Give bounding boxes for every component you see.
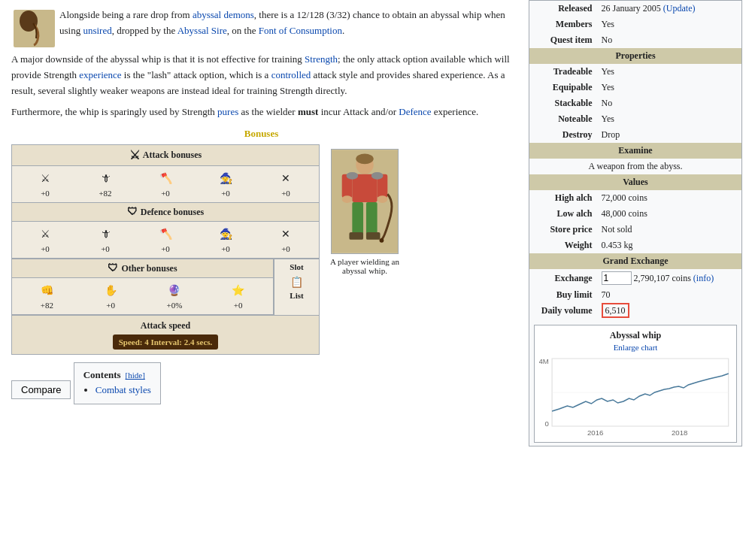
slot-section: Slot 📋 List bbox=[274, 259, 319, 315]
destroy-label: Destroy bbox=[529, 127, 597, 143]
def-crush-icon: 🪓 bbox=[157, 226, 174, 243]
svg-text:4M: 4M bbox=[539, 358, 549, 365]
svg-point-1 bbox=[20, 11, 38, 32]
other-bonuses-header: 🛡 Other bonuses bbox=[12, 259, 273, 278]
svg-point-16 bbox=[380, 238, 384, 243]
examine-header: Examine bbox=[529, 143, 742, 159]
intro-paragraph-1: Alongside being a rare drop from abyssal… bbox=[59, 8, 511, 39]
daily-volume-row: Daily volume 6,510 bbox=[529, 303, 742, 319]
properties-header: Properties bbox=[529, 48, 742, 64]
buy-limit-row: Buy limit 70 bbox=[529, 287, 742, 303]
enlarge-chart-link[interactable]: Enlarge chart bbox=[614, 343, 658, 352]
stackable-row: Stackable No bbox=[529, 95, 742, 111]
defence-bonus-range: ✕ +0 bbox=[277, 226, 294, 253]
attack-bonus-magic: 🧙 +0 bbox=[217, 171, 234, 198]
def-slash-icon: 🗡 bbox=[97, 226, 114, 243]
defence-bonus-stab: ⚔ +0 bbox=[37, 226, 53, 253]
defence-link[interactable]: Defence bbox=[399, 106, 431, 117]
exchange-input[interactable] bbox=[602, 271, 632, 285]
ranged-strength-bonus: ✋ +0 bbox=[102, 283, 119, 310]
speed-bar: Speed: 4 Interval: 2.4 secs. bbox=[113, 334, 219, 350]
defence-bonus-crush: 🪓 +0 bbox=[157, 226, 174, 253]
strength-bonus: 👊 +82 bbox=[38, 283, 55, 310]
attack-bonus-crush: 🪓 +0 bbox=[157, 171, 174, 198]
intro-paragraph-3: Furthermore, the whip is sparingly used … bbox=[11, 104, 511, 120]
contents-item-combat-styles: Combat styles bbox=[96, 384, 151, 396]
defence-bonus-magic: 🧙 +0 bbox=[217, 226, 234, 253]
defence-bonuses-header: 🛡 Defence bonuses bbox=[12, 203, 319, 222]
equipable-value: Yes bbox=[597, 80, 742, 95]
members-label: Members bbox=[529, 17, 597, 32]
svg-rect-10 bbox=[352, 202, 363, 235]
font-consumption-link[interactable]: Font of Consumption bbox=[259, 25, 342, 36]
exchange-row: Exchange 2,790,107 coins (info) bbox=[529, 269, 742, 287]
attack-bonus-slash: 🗡 +82 bbox=[97, 171, 114, 198]
svg-point-14 bbox=[347, 172, 359, 180]
ge-chart-enlarge[interactable]: Enlarge chart bbox=[539, 343, 732, 352]
abyssal-sire-link[interactable]: Abyssal Sire bbox=[177, 25, 227, 36]
properties-header-row: Properties bbox=[529, 48, 742, 64]
high-alch-label: High alch bbox=[529, 190, 597, 206]
low-alch-row: Low alch 48,000 coins bbox=[529, 206, 742, 222]
quest-value: No bbox=[597, 32, 742, 48]
player-image-area: A player wielding an abyssal whip. bbox=[320, 144, 410, 355]
released-label: Released bbox=[529, 1, 597, 17]
prayer-bonus: ⭐ +0 bbox=[230, 283, 247, 310]
contents-box: Contents [hide] Combat styles bbox=[74, 362, 161, 404]
defence-bonus-items: ⚔ +0 🗡 +0 🪓 +0 🧙 +0 bbox=[12, 222, 319, 259]
experience-link[interactable]: experience bbox=[79, 69, 121, 80]
ranged-strength-icon: ✋ bbox=[102, 283, 119, 299]
exchange-value: 2,790,107 coins (info) bbox=[597, 269, 742, 287]
svg-point-15 bbox=[371, 172, 384, 180]
contents-hide-link[interactable]: [hide] bbox=[126, 371, 145, 380]
released-value: 26 January 2005 (Update) bbox=[597, 1, 742, 17]
price-chart-svg: 4M 0 2016 2018 bbox=[539, 355, 732, 437]
update-link[interactable]: (Update) bbox=[663, 3, 696, 14]
defence-bonus-slash: 🗡 +0 bbox=[97, 226, 114, 253]
ge-chart: Abyssal whip Enlarge chart 4M 0 bbox=[534, 325, 737, 443]
contents-list: Combat styles bbox=[83, 384, 151, 396]
values-header-row: Values bbox=[529, 174, 742, 190]
store-price-label: Store price bbox=[529, 222, 597, 238]
svg-text:2016: 2016 bbox=[587, 429, 603, 437]
controlled-link[interactable]: controlled bbox=[271, 69, 311, 80]
intro-paragraph-2: A major downside of the abyssal whip is … bbox=[11, 52, 511, 98]
slash-icon: 🗡 bbox=[97, 171, 114, 187]
svg-rect-13 bbox=[366, 232, 381, 240]
magic-damage-icon: 🔮 bbox=[166, 283, 183, 299]
ge-chart-title: Abyssal whip bbox=[539, 330, 732, 341]
item-image bbox=[11, 8, 56, 49]
svg-point-4 bbox=[356, 154, 373, 165]
daily-volume-label: Daily volume bbox=[529, 303, 597, 319]
daily-volume-value: 6,510 bbox=[597, 303, 742, 319]
exchange-info-link[interactable]: (info) bbox=[693, 273, 714, 283]
weight-row: Weight 0.453 kg bbox=[529, 238, 742, 253]
def-range-icon: ✕ bbox=[277, 226, 294, 243]
destroy-value: Drop bbox=[597, 127, 742, 143]
stackable-value: No bbox=[597, 95, 742, 111]
daily-volume-number: 6,510 bbox=[602, 303, 629, 318]
values-header: Values bbox=[529, 174, 742, 190]
weight-value: 0.453 kg bbox=[597, 238, 742, 253]
svg-text:0: 0 bbox=[544, 420, 548, 428]
ge-header: Grand Exchange bbox=[529, 253, 742, 269]
combat-styles-link[interactable]: Combat styles bbox=[96, 384, 151, 395]
attack-bonuses-header: ⚔ Attack bonuses bbox=[12, 145, 319, 166]
unsired-link[interactable]: unsired bbox=[83, 25, 111, 36]
infobox-table: Released 26 January 2005 (Update) Member… bbox=[529, 0, 742, 446]
weight-label: Weight bbox=[529, 238, 597, 253]
crush-icon: 🪓 bbox=[157, 171, 174, 187]
quest-label: Quest item bbox=[529, 32, 597, 48]
noteable-label: Noteable bbox=[529, 111, 597, 127]
compare-button[interactable]: Compare bbox=[11, 380, 71, 399]
abyssal-demons-link[interactable]: abyssal demons bbox=[193, 9, 254, 20]
buy-limit-label: Buy limit bbox=[529, 287, 597, 303]
tradeable-value: Yes bbox=[597, 64, 742, 80]
pures-link[interactable]: pures bbox=[217, 106, 238, 117]
strength-link[interactable]: Strength bbox=[305, 53, 338, 65]
equipable-row: Equipable Yes bbox=[529, 80, 742, 95]
members-value: Yes bbox=[597, 17, 742, 32]
def-stab-icon: ⚔ bbox=[37, 226, 53, 243]
exchange-label: Exchange bbox=[529, 269, 597, 287]
members-row: Members Yes bbox=[529, 17, 742, 32]
